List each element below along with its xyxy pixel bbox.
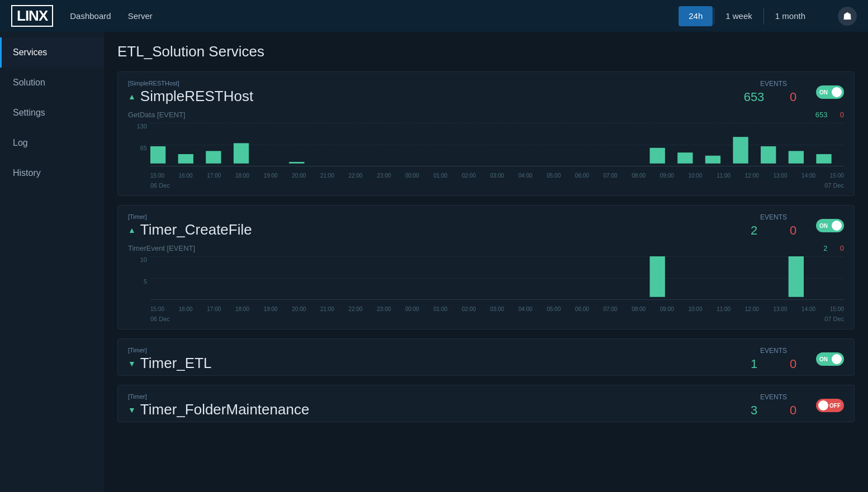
events-count-red: 0 <box>779 223 807 238</box>
chart-dates: 06 Dec 07 Dec <box>128 181 844 195</box>
main-layout: Services Solution Settings Log History E… <box>0 32 868 492</box>
content: ETL_Solution Services [SimpleRESTHost] ▲… <box>104 32 868 492</box>
events-header-col: EVENTS 653 0 <box>740 80 807 104</box>
svg-rect-10 <box>789 151 804 163</box>
sidebar-item-history[interactable]: History <box>0 158 104 188</box>
service-name-row: ▼ Timer_FolderMaintenance <box>128 401 740 418</box>
user-icon[interactable]: ☗ <box>838 7 857 26</box>
time-divider-1 <box>714 8 714 25</box>
collapse-arrow[interactable]: ▲ <box>128 226 136 235</box>
svg-rect-12 <box>650 256 665 297</box>
events-count-green: 653 <box>740 90 768 104</box>
service-top-row: [Timer] ▼ Timer_FolderMaintenance EVENTS… <box>128 393 844 418</box>
svg-rect-4 <box>289 162 304 164</box>
nav-server[interactable]: Server <box>128 11 153 21</box>
events-header-col: EVENTS 3 0 <box>740 393 807 418</box>
svg-rect-13 <box>789 256 804 297</box>
chart-area <box>150 256 844 300</box>
toggle-off[interactable]: OFF <box>816 399 844 412</box>
service-top-row: [Timer] ▲ Timer_CreateFile EVENTS 2 0 ON <box>128 213 844 238</box>
events-row-vals: 1 0 <box>740 357 807 371</box>
svg-rect-7 <box>705 156 720 164</box>
events-label: EVENTS <box>740 213 807 221</box>
time-divider-2 <box>763 8 764 25</box>
sidebar-item-solution[interactable]: Solution <box>0 68 104 98</box>
page-title: ETL_Solution Services <box>117 43 855 60</box>
service-left: [Timer] ▼ Timer_ETL <box>128 347 740 372</box>
services-container: [SimpleRESTHost] ▲ SimpleRESTHost EVENTS… <box>117 71 855 422</box>
chart-date-left: 06 Dec <box>150 316 170 322</box>
events-row-vals: 653 0 <box>740 90 807 104</box>
service-right: EVENTS 653 0 ON <box>740 80 844 104</box>
events-count-green: 3 <box>740 403 768 418</box>
service-type-badge: [Timer] <box>128 393 740 400</box>
service-card-2: [Timer] ▼ Timer_ETL EVENTS 1 0 ON <box>117 338 855 376</box>
collapse-arrow[interactable]: ▼ <box>128 359 136 368</box>
chart-svg <box>150 123 844 166</box>
toggle-on[interactable]: ON <box>816 352 844 366</box>
service-left: [SimpleRESTHost] ▲ SimpleRESTHost <box>128 80 740 105</box>
events-count-green: 2 <box>740 223 768 238</box>
events-header-col: EVENTS 2 0 <box>740 213 807 238</box>
event-count-red: 0 <box>840 111 844 119</box>
service-type-badge: [SimpleRESTHost] <box>128 80 740 87</box>
service-name-row: ▲ Timer_CreateFile <box>128 221 740 238</box>
time-btn-1week[interactable]: 1 week <box>715 6 762 26</box>
chart-x-labels: 15:0016:0017:0018:0019:0020:0021:0022:00… <box>150 166 844 179</box>
chart-area <box>150 123 844 166</box>
event-count-red: 0 <box>840 244 844 252</box>
collapse-arrow[interactable]: ▼ <box>128 405 136 414</box>
chart-date-right: 07 Dec <box>824 316 844 322</box>
nav-dashboard[interactable]: Dashboard <box>70 11 111 21</box>
event-row: GetData [EVENT] 653 0 <box>128 109 844 120</box>
collapse-arrow[interactable]: ▲ <box>128 92 136 101</box>
service-right: EVENTS 3 0 OFF <box>740 393 844 418</box>
service-name: Timer_CreateFile <box>140 221 252 238</box>
svg-rect-8 <box>733 137 748 164</box>
events-row-vals: 2 0 <box>740 223 807 238</box>
sidebar-item-services[interactable]: Services <box>0 37 104 68</box>
events-header-col: EVENTS 1 0 <box>740 347 807 371</box>
chart-container: 10 5 15:0016:0017:0018:0019:0020:0021:00… <box>128 256 844 312</box>
service-left: [Timer] ▲ Timer_CreateFile <box>128 213 740 238</box>
svg-rect-5 <box>650 148 665 164</box>
service-name: Timer_FolderMaintenance <box>140 401 310 418</box>
service-card-1: [Timer] ▲ Timer_CreateFile EVENTS 2 0 ON <box>117 205 855 329</box>
events-row-vals: 3 0 <box>740 403 807 418</box>
service-name: Timer_ETL <box>140 355 212 372</box>
sidebar: Services Solution Settings Log History <box>0 32 104 492</box>
svg-rect-2 <box>206 151 221 163</box>
service-name: SimpleRESTHost <box>140 88 253 105</box>
chart-container: 130 65 15:0016:0017:0018:0019:0020:0021:… <box>128 123 844 179</box>
sidebar-item-log[interactable]: Log <box>0 128 104 158</box>
toggle-on[interactable]: ON <box>816 219 844 232</box>
service-card-3: [Timer] ▼ Timer_FolderMaintenance EVENTS… <box>117 385 855 422</box>
chart-y-labels: 130 65 <box>128 123 150 166</box>
svg-rect-11 <box>816 154 831 164</box>
service-right: EVENTS 2 0 ON <box>740 213 844 238</box>
event-count-green: 2 <box>823 244 827 252</box>
events-count-red: 0 <box>779 90 807 104</box>
event-name: GetData [EVENT] <box>128 111 186 119</box>
svg-rect-3 <box>234 143 249 163</box>
events-count-red: 0 <box>779 403 807 418</box>
chart-y-labels: 10 5 <box>128 256 150 300</box>
chart-svg <box>150 256 844 299</box>
toggle-on[interactable]: ON <box>816 85 844 99</box>
topnav: LINX Dashboard Server 24h 1 week 1 month… <box>0 0 868 32</box>
time-btn-1month[interactable]: 1 month <box>765 6 815 26</box>
service-card-0: [SimpleRESTHost] ▲ SimpleRESTHost EVENTS… <box>117 71 855 196</box>
chart-date-left: 06 Dec <box>150 182 170 189</box>
events-count-green: 1 <box>740 357 768 371</box>
event-count-green: 653 <box>815 111 828 119</box>
svg-rect-6 <box>677 152 692 164</box>
service-top-row: [SimpleRESTHost] ▲ SimpleRESTHost EVENTS… <box>128 80 844 105</box>
time-btn-24h[interactable]: 24h <box>679 6 713 26</box>
svg-rect-1 <box>178 154 193 164</box>
time-buttons: 24h 1 week 1 month <box>679 6 815 26</box>
service-top-row: [Timer] ▼ Timer_ETL EVENTS 1 0 ON <box>128 347 844 372</box>
chart-x-labels: 15:0016:0017:0018:0019:0020:0021:0022:00… <box>150 300 844 312</box>
events-label: EVENTS <box>740 80 807 88</box>
sidebar-item-settings[interactable]: Settings <box>0 98 104 128</box>
service-name-row: ▼ Timer_ETL <box>128 355 740 372</box>
